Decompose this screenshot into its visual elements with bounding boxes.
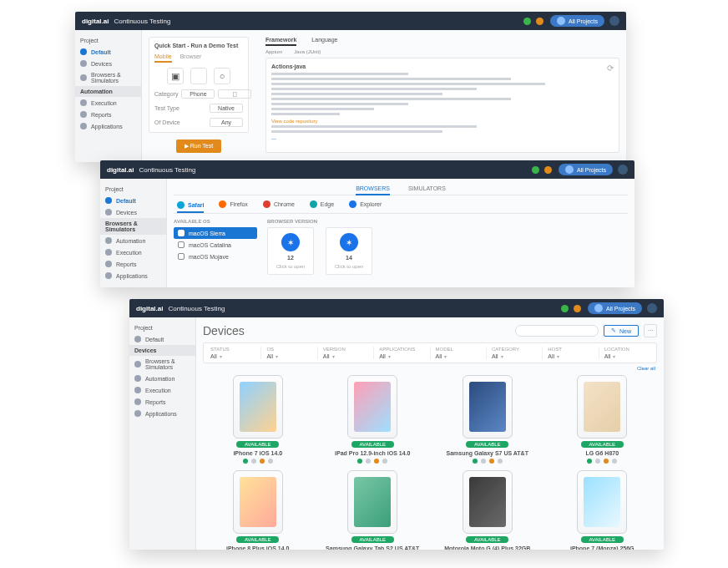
filter-item[interactable]: ModelAll ▾ (431, 347, 487, 359)
sidebar-item-applications[interactable]: Applications (75, 120, 141, 132)
secondary-link[interactable]: — (271, 136, 614, 141)
tab-language[interactable]: Language (311, 37, 337, 46)
project-switcher[interactable]: All Projects (559, 164, 613, 175)
device-thumbnail (233, 375, 283, 439)
category-alt[interactable]: ⎕ (218, 89, 251, 99)
device-card[interactable]: AVAILABLEiPad Pro 12.9-inch iOS 14.0 (320, 375, 427, 464)
os-any-button[interactable]: ○ (214, 68, 230, 84)
sidebar-header-automation: Automation (75, 86, 141, 97)
tab-browsers[interactable]: BROWSERS (356, 185, 390, 195)
filter-value: All ▾ (604, 353, 616, 359)
os-apple-button[interactable] (190, 68, 207, 84)
brand: digital.ai (136, 305, 163, 312)
checkbox-icon (178, 241, 185, 248)
filter-item[interactable]: CategoryAll ▾ (487, 347, 543, 359)
tab-simulators[interactable]: SIMULATORS (408, 185, 446, 191)
os-option[interactable]: macOS Mojave (174, 251, 257, 262)
device-card[interactable]: AVAILABLEiPhone 7 (Monza) 256G (549, 470, 656, 550)
sidebar-item-devices[interactable]: Devices (100, 206, 166, 218)
device-card[interactable]: AVAILABLESamsung Galaxy Tab S2 US AT&T (320, 470, 427, 550)
sidebar-item-default[interactable]: Default (75, 46, 141, 58)
version-tile[interactable]: ✶ 12 Click to open (267, 227, 314, 275)
browser-safari[interactable]: Safari (177, 201, 204, 213)
project-switcher[interactable]: All Projects (550, 15, 604, 27)
device-screen (354, 477, 391, 527)
chevron-down-icon: ▾ (557, 353, 559, 359)
search-input[interactable] (515, 325, 599, 337)
device-card[interactable]: AVAILABLESamsung Galaxy S7 US AT&T (434, 375, 541, 464)
dot-icon (80, 48, 87, 55)
filter-item[interactable]: ApplicationsAll ▾ (374, 347, 430, 359)
sidebar-item-browsers[interactable]: Browsers & Simulators (129, 356, 195, 373)
device-screen (584, 477, 620, 527)
sidebar-item-execution[interactable]: Execution (100, 246, 166, 258)
dot-icon (134, 336, 141, 342)
browser-firefox[interactable]: Firefox (219, 200, 247, 208)
browser-chrome[interactable]: Chrome (263, 200, 295, 208)
help-button[interactable] (618, 165, 628, 175)
clear-filters-link[interactable]: Clear all (203, 363, 657, 373)
sidebar-item-execution[interactable]: Execution (129, 384, 195, 396)
help-button[interactable] (609, 16, 619, 26)
filter-item[interactable]: OSAll ▾ (261, 347, 317, 359)
sidebar-item-automation[interactable]: Automation (100, 235, 166, 246)
sidebar-item-devices[interactable]: Devices (75, 58, 141, 69)
device-card[interactable]: AVAILABLELG G6 H870 (549, 375, 656, 464)
refresh-icon[interactable]: ⟳ (607, 63, 614, 73)
sidebar-item-reports[interactable]: Reports (75, 109, 141, 120)
filter-bar: StatusAll ▾OSAll ▾VersionAll ▾Applicatio… (203, 342, 657, 363)
code-repo-link[interactable]: View code repository (271, 119, 614, 124)
tab-mobile[interactable]: Mobile (154, 53, 172, 63)
help-button[interactable] (647, 303, 657, 313)
tab-browser[interactable]: Browser (180, 53, 202, 63)
filter-item[interactable]: HostAll ▾ (543, 347, 599, 359)
os-android-button[interactable]: ▣ (167, 68, 184, 84)
settings-button[interactable]: ⋯ (644, 324, 657, 337)
device-name: iPad Pro 12.9-inch iOS 14.0 (335, 450, 410, 456)
sidebar-header-devices[interactable]: Devices (129, 345, 195, 356)
device-screen (584, 382, 620, 432)
status-badge: AVAILABLE (466, 536, 508, 543)
browser-edge[interactable]: Edge (310, 200, 334, 208)
run-test-button[interactable]: ▶ Run Test (176, 139, 221, 153)
device-card[interactable]: AVAILABLEMotorola Moto G (4) Plus 32GB (434, 470, 541, 550)
sidebar-item-applications[interactable]: Applications (100, 270, 166, 281)
sidebar-item-applications[interactable]: Applications (129, 408, 195, 419)
status-indicator-green (523, 18, 531, 25)
sidebar-item-browsers[interactable]: Browsers & Simulators (75, 69, 141, 86)
tab-framework[interactable]: Framework (265, 37, 296, 46)
filter-label: Applications (379, 347, 415, 352)
sidebar-item-default[interactable]: Default (100, 195, 166, 206)
os-option[interactable]: macOS Catalina (174, 239, 257, 251)
sidebar-item-default[interactable]: Default (129, 333, 195, 345)
sidebar-item-reports[interactable]: Reports (100, 258, 166, 270)
testtype-select[interactable]: Native (210, 104, 243, 113)
device-screen (354, 382, 391, 432)
device-card[interactable]: AVAILABLEiPhone 7 iOS 14.0 (205, 375, 311, 464)
os-option[interactable]: macOS Sierra (174, 227, 257, 239)
sidebar-item-automation[interactable]: Automation (129, 373, 195, 384)
log-line (271, 130, 442, 133)
filter-item[interactable]: StatusAll ▾ (205, 347, 261, 359)
log-title: Actions·java (271, 63, 614, 69)
edge-icon (310, 200, 317, 208)
brand: digital.ai (107, 166, 134, 174)
filter-item[interactable]: LocationAll ▾ (599, 347, 655, 359)
quickstart-card: Quick Start - Run a Demo Test Mobile Bro… (149, 37, 249, 133)
device-select[interactable]: Any (210, 118, 243, 127)
category-select[interactable]: Phone (181, 89, 215, 99)
product-name: Continuous Testing (114, 18, 170, 25)
status-badge: AVAILABLE (351, 441, 394, 448)
chevron-down-icon: ▾ (501, 353, 503, 359)
field-device: Of Device Any (154, 118, 243, 127)
device-thumbnail (577, 375, 627, 439)
sidebar-item-execution[interactable]: Execution (75, 97, 141, 109)
device-name: iPhone 8 Plus iOS 14.0 (226, 545, 289, 550)
new-device-button[interactable]: ✎New (604, 325, 639, 337)
filter-item[interactable]: VersionAll ▾ (318, 347, 374, 359)
project-switcher[interactable]: All Projects (588, 302, 642, 314)
sidebar-item-reports[interactable]: Reports (129, 396, 195, 408)
browser-explorer[interactable]: Explorer (349, 200, 382, 208)
device-card[interactable]: AVAILABLEiPhone 8 Plus iOS 14.0 (205, 470, 311, 550)
version-tile[interactable]: ✶ 14 Click to open (326, 227, 372, 275)
